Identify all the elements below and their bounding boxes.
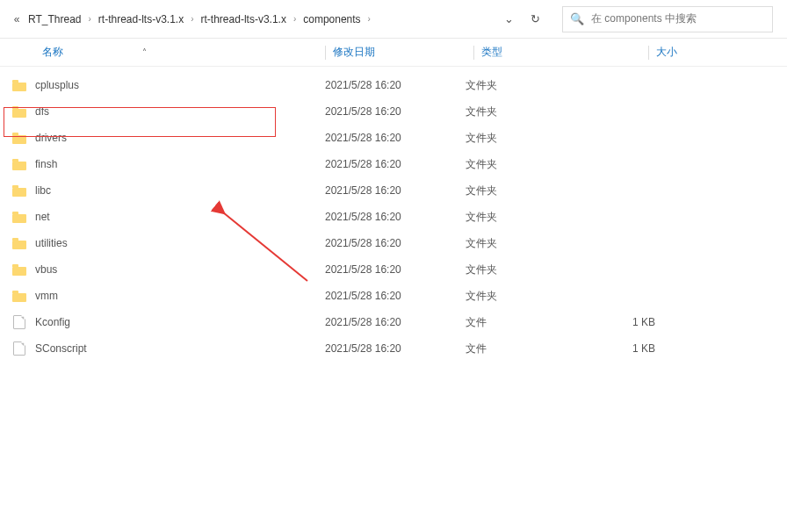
file-name: utilities: [35, 237, 68, 249]
breadcrumb-item[interactable]: rt-thread-lts-v3.1.x: [196, 13, 292, 25]
file-name: dfs: [35, 105, 49, 118]
refresh-icon[interactable]: ↻: [522, 12, 548, 25]
file-type: 文件夹: [466, 157, 632, 172]
col-divider[interactable]: [473, 46, 474, 60]
folder-icon: [12, 212, 26, 223]
address-bar: « RT_Thread › rt-thread-lts-v3.1.x › rt-…: [0, 0, 787, 39]
file-row[interactable]: libc2021/5/28 16:20文件夹: [0, 177, 787, 204]
file-date: 2021/5/28 16:20: [325, 184, 466, 197]
file-name: drivers: [35, 132, 67, 144]
folder-icon: [12, 159, 26, 170]
col-header-type[interactable]: 类型: [481, 45, 648, 60]
chevron-right-icon[interactable]: ›: [292, 14, 298, 24]
file-type: 文件夹: [466, 262, 632, 277]
file-type: 文件夹: [466, 104, 632, 119]
file-row[interactable]: vmm2021/5/28 16:20文件夹: [0, 283, 787, 309]
file-date: 2021/5/28 16:20: [325, 316, 466, 328]
file-size: 1 KB: [632, 316, 729, 328]
file-date: 2021/5/28 16:20: [325, 158, 466, 170]
file-name: vmm: [35, 290, 58, 302]
file-date: 2021/5/28 16:20: [325, 290, 466, 302]
folder-icon: [12, 80, 26, 91]
history-dropdown-icon[interactable]: ⌄: [495, 12, 522, 25]
file-date: 2021/5/28 16:20: [325, 79, 466, 91]
col-header-name[interactable]: 名称˄: [0, 45, 325, 60]
folder-icon: [12, 185, 26, 197]
file-type: 文件夹: [466, 236, 632, 251]
chevron-right-icon[interactable]: ›: [366, 14, 372, 24]
file-type: 文件: [466, 315, 632, 330]
file-date: 2021/5/28 16:20: [325, 342, 466, 355]
file-row[interactable]: utilities2021/5/28 16:20文件夹: [0, 230, 787, 256]
search-input[interactable]: 🔍 在 components 中搜索: [562, 6, 773, 32]
search-placeholder: 在 components 中搜索: [591, 11, 697, 26]
file-type: 文件夹: [466, 78, 632, 93]
file-date: 2021/5/28 16:20: [325, 132, 466, 144]
file-date: 2021/5/28 16:20: [325, 211, 466, 223]
file-row[interactable]: drivers2021/5/28 16:20文件夹: [0, 125, 787, 151]
col-divider[interactable]: [325, 46, 326, 60]
file-date: 2021/5/28 16:20: [325, 237, 466, 249]
file-name: vbus: [35, 263, 57, 276]
breadcrumb-item[interactable]: rt-thread-lts-v3.1.x: [93, 13, 189, 25]
file-name: SConscript: [35, 342, 87, 355]
file-name: finsh: [35, 158, 57, 170]
file-name: libc: [35, 184, 51, 197]
file-icon: [13, 315, 25, 329]
file-row[interactable]: SConscript2021/5/28 16:20文件1 KB: [0, 335, 787, 362]
file-type: 文件夹: [466, 183, 632, 198]
breadcrumb[interactable]: « RT_Thread › rt-thread-lts-v3.1.x › rt-…: [5, 13, 495, 25]
file-list: cplusplus2021/5/28 16:20文件夹dfs2021/5/28 …: [0, 72, 787, 362]
col-divider[interactable]: [648, 46, 649, 60]
file-date: 2021/5/28 16:20: [325, 263, 466, 276]
folder-icon: [12, 291, 26, 302]
folder-icon: [12, 106, 26, 118]
folder-icon: [12, 133, 26, 144]
file-row[interactable]: net2021/5/28 16:20文件夹: [0, 204, 787, 230]
file-name: Kconfig: [35, 316, 70, 328]
folder-icon: [12, 238, 26, 249]
file-date: 2021/5/28 16:20: [325, 105, 466, 118]
chevron-right-icon[interactable]: ›: [86, 14, 92, 24]
file-row[interactable]: cplusplus2021/5/28 16:20文件夹: [0, 72, 787, 98]
file-type: 文件夹: [466, 289, 632, 304]
col-header-date[interactable]: 修改日期: [333, 45, 473, 60]
file-type: 文件夹: [466, 210, 632, 225]
column-headers: 名称˄ 修改日期 类型 大小: [0, 39, 787, 67]
file-type: 文件夹: [466, 131, 632, 146]
file-icon: [13, 341, 25, 356]
breadcrumb-item[interactable]: components: [298, 13, 365, 25]
file-type: 文件: [466, 341, 632, 356]
file-row[interactable]: finsh2021/5/28 16:20文件夹: [0, 151, 787, 177]
col-header-size[interactable]: 大小: [656, 45, 753, 60]
file-row[interactable]: dfs2021/5/28 16:20文件夹: [0, 98, 787, 125]
folder-icon: [12, 264, 26, 276]
file-name: cplusplus: [35, 79, 79, 91]
file-row[interactable]: vbus2021/5/28 16:20文件夹: [0, 256, 787, 283]
search-icon: 🔍: [570, 12, 584, 25]
file-size: 1 KB: [632, 342, 729, 355]
file-row[interactable]: Kconfig2021/5/28 16:20文件1 KB: [0, 309, 787, 335]
breadcrumb-overflow-icon[interactable]: «: [11, 13, 23, 25]
sort-asc-icon: ˄: [142, 47, 147, 57]
chevron-right-icon[interactable]: ›: [189, 14, 195, 24]
breadcrumb-item[interactable]: RT_Thread: [23, 13, 86, 25]
file-name: net: [35, 211, 50, 223]
